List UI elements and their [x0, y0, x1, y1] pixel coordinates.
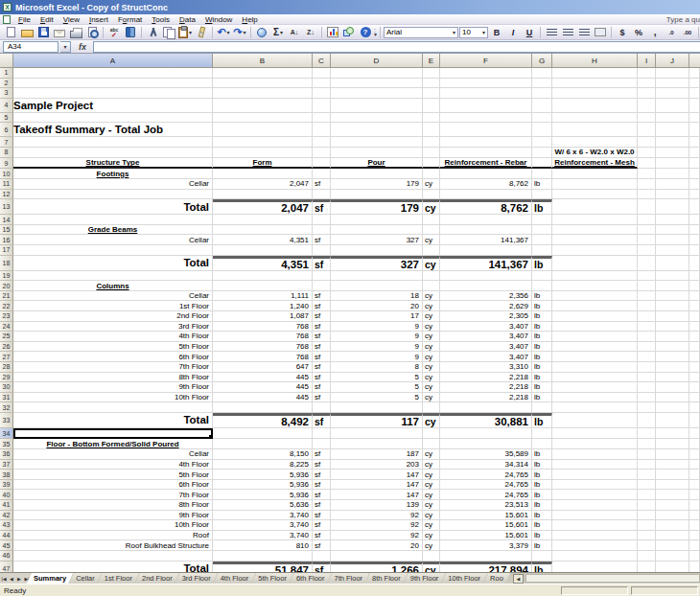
cell-H21[interactable] — [552, 291, 638, 302]
cell-A14[interactable] — [13, 215, 213, 225]
cell-I2[interactable] — [638, 79, 656, 89]
col-header-H[interactable]: H — [552, 54, 638, 68]
underline-icon[interactable]: U — [522, 25, 537, 39]
cell-J28[interactable] — [656, 362, 689, 373]
cell-H16[interactable] — [552, 235, 638, 245]
cell-D1[interactable] — [331, 68, 423, 79]
cell-filler-46[interactable] — [689, 551, 700, 562]
cell-E31[interactable]: cy — [423, 393, 440, 403]
cell-I17[interactable] — [638, 245, 656, 256]
cell-G36[interactable]: lb — [532, 449, 552, 460]
cell-F18[interactable]: 141,367 — [440, 256, 532, 271]
tab-cellar[interactable]: Cellar — [69, 573, 102, 584]
align-center-icon[interactable] — [560, 25, 575, 39]
cell-B26[interactable]: 768 — [213, 342, 313, 353]
cell-G39[interactable]: lb — [532, 480, 552, 491]
cell-I36[interactable] — [638, 449, 656, 460]
cell-filler-13[interactable] — [689, 199, 700, 215]
cell-H44[interactable] — [552, 531, 638, 541]
cell-I38[interactable] — [638, 470, 656, 480]
redo-dropdown-icon[interactable]: ▾ — [244, 29, 246, 35]
cell-filler-37[interactable] — [689, 460, 700, 470]
col-header-A[interactable]: A — [13, 54, 213, 68]
cell-E30[interactable]: cy — [423, 382, 440, 393]
cell-I3[interactable] — [638, 88, 656, 99]
print-icon[interactable] — [68, 25, 83, 39]
cell-filler-29[interactable] — [689, 373, 700, 383]
cell-filler-10[interactable] — [689, 169, 700, 179]
cell-I13[interactable] — [638, 199, 656, 215]
cell-filler-23[interactable] — [689, 311, 700, 322]
bold-icon[interactable]: B — [489, 25, 504, 39]
cell-H14[interactable] — [552, 215, 638, 225]
cell-filler-16[interactable] — [689, 235, 700, 245]
cell-D34[interactable] — [331, 428, 423, 440]
cell-I33[interactable] — [638, 413, 656, 428]
row-header-8[interactable]: 8 — [0, 148, 13, 158]
cell-A29[interactable]: 8th Floor — [13, 373, 213, 383]
cell-I12[interactable] — [638, 190, 656, 200]
cell-H28[interactable] — [552, 362, 638, 373]
cell-J47[interactable] — [656, 562, 689, 572]
cell-J38[interactable] — [656, 470, 689, 480]
cell-C45[interactable]: sf — [313, 540, 331, 551]
cell-B3[interactable] — [213, 88, 313, 99]
row-header-16[interactable]: 16 — [0, 235, 13, 245]
cell-G37[interactable]: lb — [532, 460, 552, 470]
cell-F7[interactable] — [440, 137, 532, 148]
cell-D17[interactable] — [331, 245, 423, 256]
cell-I18[interactable] — [638, 256, 656, 271]
row-header-28[interactable]: 28 — [0, 362, 13, 373]
row-header-5[interactable]: 5 — [0, 113, 13, 124]
cell-filler-39[interactable] — [689, 480, 700, 491]
cell-D10[interactable] — [331, 169, 423, 179]
cell-H31[interactable] — [552, 393, 638, 403]
cell-G23[interactable]: lb — [532, 311, 552, 322]
cell-E33[interactable]: cy — [423, 413, 440, 428]
cell-H45[interactable] — [552, 540, 638, 551]
col-header-F[interactable]: F — [440, 54, 532, 68]
cell-A5[interactable] — [13, 113, 213, 124]
cell-C34[interactable] — [313, 428, 331, 440]
cell-H40[interactable] — [552, 490, 638, 500]
cell-A45[interactable]: Roof Bulkhead Structure — [13, 540, 213, 551]
cell-J5[interactable] — [656, 113, 689, 124]
cell-F24[interactable]: 3,407 — [440, 322, 532, 332]
cell-J29[interactable] — [656, 373, 689, 383]
cell-filler-5[interactable] — [689, 113, 700, 124]
cell-I30[interactable] — [638, 382, 656, 393]
tab-roo[interactable]: Roo — [483, 573, 510, 584]
cell-E27[interactable]: cy — [423, 352, 440, 362]
cell-E22[interactable]: cy — [423, 301, 440, 311]
tab-first-icon[interactable]: |◀ — [0, 573, 8, 584]
cell-D38[interactable]: 147 — [331, 470, 423, 480]
cell-B22[interactable]: 1,240 — [213, 301, 313, 311]
cell-filler-30[interactable] — [689, 382, 700, 393]
cell-F3[interactable] — [440, 88, 532, 99]
insert-function-button[interactable]: fx — [73, 42, 91, 52]
row-header-27[interactable]: 27 — [0, 352, 13, 362]
row-header-15[interactable]: 15 — [0, 225, 13, 236]
cell-G8[interactable] — [532, 148, 552, 158]
cell-filler-43[interactable] — [689, 520, 700, 531]
cell-G34[interactable] — [532, 428, 552, 440]
cell-D14[interactable] — [331, 215, 423, 225]
cell-D26[interactable]: 9 — [331, 342, 423, 353]
cell-filler-12[interactable] — [689, 190, 700, 200]
cell-C26[interactable]: sf — [313, 342, 331, 353]
cell-I14[interactable] — [638, 215, 656, 225]
cell-filler-28[interactable] — [689, 362, 700, 373]
cell-A10[interactable]: Footings — [13, 169, 213, 179]
cell-C3[interactable] — [313, 88, 331, 99]
cell-filler-34[interactable] — [689, 428, 700, 440]
cell-J40[interactable] — [656, 490, 689, 500]
col-header-D[interactable]: D — [331, 54, 423, 68]
cell-F11[interactable]: 8,762 — [440, 179, 532, 190]
cell-B9[interactable]: Form — [213, 158, 313, 170]
cell-C8[interactable] — [313, 148, 331, 158]
cell-C42[interactable]: sf — [313, 511, 331, 521]
row-header-29[interactable]: 29 — [0, 373, 13, 383]
cell-J22[interactable] — [656, 301, 689, 311]
cell-H17[interactable] — [552, 245, 638, 256]
cell-H10[interactable] — [552, 169, 638, 179]
